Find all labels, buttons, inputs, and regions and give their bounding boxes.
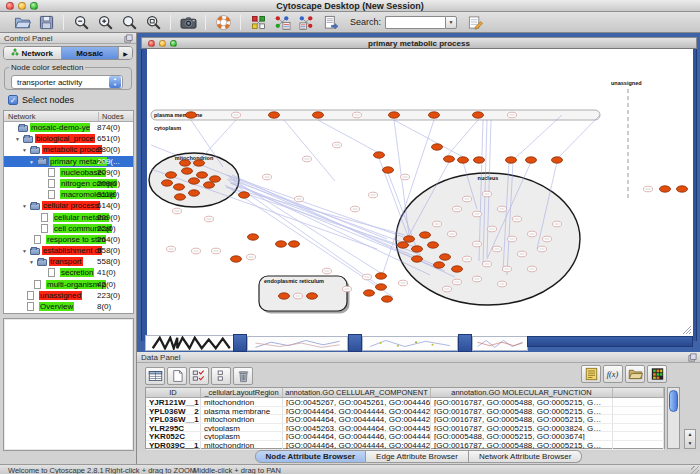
zoom-in-icon[interactable] — [93, 13, 117, 32]
network-node[interactable] — [175, 194, 186, 200]
tree-expand-icon[interactable]: ▼ — [22, 147, 27, 153]
birdseye-view-panel[interactable] — [3, 318, 134, 451]
tree-row-cell-communicat[interactable]: cell communicat22(0) — [4, 223, 133, 234]
column-header-2[interactable]: annotation.GO CELLULAR_COMPONENT — [283, 388, 431, 397]
network-node[interactable] — [382, 296, 393, 302]
network-node[interactable] — [376, 273, 387, 279]
network-node[interactable] — [452, 266, 463, 272]
network-node[interactable] — [162, 180, 173, 186]
tree-row-transport[interactable]: ▼transport558(0) — [4, 256, 133, 267]
network-node[interactable] — [376, 284, 387, 290]
network-node[interactable] — [204, 182, 215, 188]
network-node[interactable] — [473, 112, 484, 118]
attr-folder-icon[interactable] — [625, 365, 645, 383]
network-node[interactable] — [677, 186, 688, 192]
network-node[interactable] — [458, 157, 469, 163]
tab-network[interactable]: Network — [4, 47, 62, 59]
tree-row-biological-process[interactable]: ▼biological_process651(0) — [4, 133, 133, 144]
network-node[interactable] — [269, 112, 280, 118]
tree-row-nucleobase-[interactable]: nucleobase-209(0) — [4, 167, 133, 178]
node-color-dropdown[interactable]: transporter activity ▲▼ — [11, 75, 123, 89]
tree-expand-icon[interactable]: ▼ — [15, 136, 20, 142]
tree-row-primary-metabo[interactable]: ▼primary metabo209(... — [4, 156, 133, 167]
network-node[interactable] — [444, 156, 455, 162]
save-session-icon[interactable] — [34, 13, 58, 32]
network-view-titlebar[interactable]: primary metabolic process — [141, 37, 697, 49]
network-node[interactable] — [412, 246, 423, 252]
table-scrollbar-thumb[interactable] — [669, 390, 678, 412]
network-node[interactable] — [248, 234, 259, 240]
zoom-selected-icon[interactable] — [141, 13, 165, 32]
network-node[interactable] — [383, 167, 394, 173]
network-node[interactable] — [526, 157, 537, 163]
table-row-yjr121w__1[interactable]: YJR121W__1mitochondrion[GO:0045267, GO:0… — [146, 398, 664, 407]
network-node[interactable] — [412, 256, 423, 262]
table-row-ydr039c__1[interactable]: YDR039C__1mitochondrion[GO:0044464, GO:0… — [146, 441, 664, 450]
table-row-ypl036w__1[interactable]: YPL036W__1mitochondrion[GO:0044464, GO:0… — [146, 415, 664, 424]
network-node[interactable] — [434, 262, 445, 268]
network-node[interactable] — [474, 157, 485, 163]
network-node[interactable] — [186, 112, 197, 118]
float-panel-icon[interactable] — [124, 34, 133, 43]
search-input[interactable] — [385, 16, 445, 29]
attr-select-grid-icon[interactable] — [189, 367, 209, 385]
attr-trash-icon[interactable] — [233, 367, 253, 385]
tree-row-mosaic-demo-yeast[interactable]: mosaic-demo-yeast874(0) — [4, 122, 133, 133]
network-node[interactable] — [506, 157, 517, 163]
tree-row-metabolic-process[interactable]: ▼metabolic process280(0) — [4, 144, 133, 155]
float-panel-icon[interactable] — [688, 353, 697, 362]
attr-new-doc-icon[interactable] — [167, 367, 187, 385]
canvas-resize-grip-icon[interactable] — [683, 326, 691, 334]
column-header-3[interactable]: annotation.GO MOLECULAR_FUNCTION — [431, 388, 613, 397]
tree-row-cellular-process[interactable]: ▼cellular process614(0) — [4, 200, 133, 211]
tree-expand-icon[interactable]: ▼ — [22, 203, 27, 209]
open-file-icon[interactable] — [10, 13, 34, 32]
network-node[interactable] — [182, 168, 193, 174]
network-node[interactable] — [189, 178, 200, 184]
network-node[interactable] — [398, 242, 409, 248]
tab-overflow-arrow[interactable]: ▶ — [119, 47, 132, 59]
table-scrollbar[interactable] — [667, 387, 680, 449]
search-edit-icon[interactable] — [463, 13, 487, 32]
network-node[interactable] — [364, 290, 375, 296]
network-node[interactable] — [429, 112, 440, 118]
network-node[interactable] — [289, 241, 300, 247]
attr-function-icon[interactable]: f(x) — [603, 365, 623, 383]
network-node[interactable] — [307, 293, 318, 299]
snapshot-camera-icon[interactable] — [176, 13, 200, 32]
network-node[interactable] — [432, 144, 443, 150]
network-node[interactable] — [374, 152, 385, 158]
tree-expand-icon[interactable]: ▼ — [22, 248, 27, 254]
network-node[interactable] — [210, 176, 221, 182]
tree-expand-icon[interactable]: ▼ — [29, 259, 34, 265]
network-node[interactable] — [552, 157, 563, 163]
network-node[interactable] — [276, 241, 287, 247]
tree-row-overview[interactable]: Overview8(0) — [4, 301, 133, 312]
tree-row-secretion[interactable]: secretion41(0) — [4, 267, 133, 278]
network-node[interactable] — [279, 293, 290, 299]
network-node[interactable] — [166, 172, 177, 178]
network-node[interactable] — [660, 186, 671, 192]
table-row-ypl036w__2[interactable]: YPL036W__2plasma membrane[GO:0044464, GO… — [146, 407, 664, 416]
tree-row-unassigned[interactable]: unassigned223(0) — [4, 290, 133, 301]
attribute-table-header[interactable]: ID_cellularLayoutRegionannotation.GO CEL… — [146, 388, 664, 398]
tree-row-cellular-metabo[interactable]: cellular metabo209(0) — [4, 212, 133, 223]
network-node[interactable] — [440, 254, 451, 260]
tree-row-response-to-stimul[interactable]: response to stimul264(0) — [4, 234, 133, 245]
network-node[interactable] — [404, 236, 415, 242]
help-lifesaver-icon[interactable] — [211, 13, 235, 32]
zoom-out-icon[interactable] — [69, 13, 93, 32]
attr-list-icon[interactable] — [581, 365, 601, 383]
network-node[interactable] — [239, 192, 250, 198]
vizmapper-a-icon[interactable] — [270, 13, 294, 32]
table-row-ykr052c[interactable]: YKR052Ccytoplasm[GO:0044464, GO:0044446,… — [146, 432, 664, 441]
network-node[interactable] — [313, 112, 324, 118]
table-scroll-arrows[interactable]: ▲▼ — [684, 429, 696, 449]
attr-matrix-icon[interactable] — [647, 365, 667, 383]
attr-table-icon[interactable] — [145, 367, 165, 385]
attr-unselect-grid-icon[interactable] — [211, 367, 231, 385]
tree-row-nitrogen-compo[interactable]: nitrogen compo209(0) — [4, 178, 133, 189]
mosaic-grid-icon[interactable] — [246, 13, 270, 32]
tab-network-attribute-browser[interactable]: Network Attribute Browser — [469, 450, 582, 463]
search-dropdown-icon[interactable]: ▼ — [445, 16, 457, 29]
